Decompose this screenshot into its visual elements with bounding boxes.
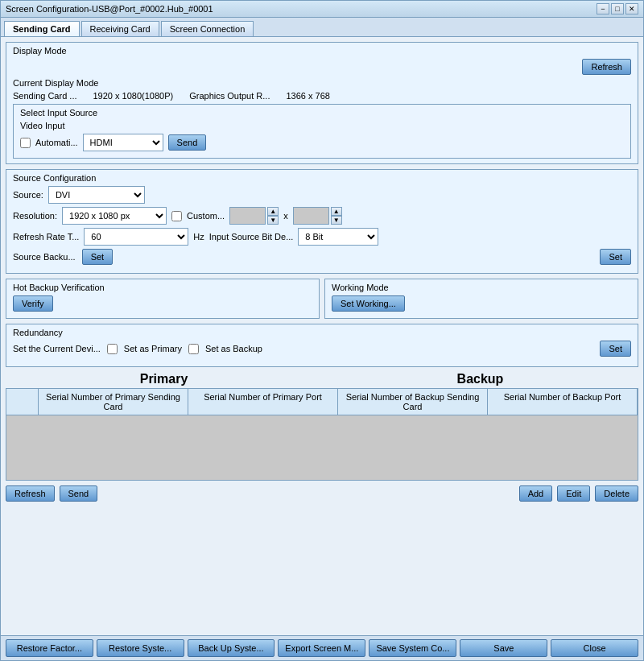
- delete-button[interactable]: Delete: [595, 485, 638, 502]
- table-actions: Refresh Send Add Edit Delete: [6, 485, 638, 502]
- primary-label: Primary: [6, 372, 322, 386]
- auto-checkbox[interactable]: [20, 138, 31, 148]
- content-area: Display Mode Refresh Current Display Mod…: [1, 37, 643, 635]
- col5-header: Serial Number of Backup Port: [488, 389, 638, 415]
- tab-bar: Sending Card Receiving Card Screen Conne…: [1, 18, 643, 37]
- redundancy-section: Redundancy Set the Current Devi... Set a…: [6, 324, 638, 367]
- table-send-button[interactable]: Send: [60, 485, 98, 502]
- width-down-btn[interactable]: ▼: [267, 216, 279, 225]
- video-input-label: Video Input: [20, 121, 64, 130]
- custom-width-group: 1366 ▲ ▼: [229, 207, 279, 225]
- height-up-btn[interactable]: ▲: [331, 207, 342, 216]
- refresh-rate-row: Refresh Rate T... 60 50 30 Hz Input Sour…: [13, 228, 631, 246]
- refresh-row: Refresh: [13, 59, 631, 75]
- source-config-title: Source Configuration: [13, 173, 631, 183]
- refresh-rate-dropdown[interactable]: 60 50 30: [84, 228, 188, 246]
- source-config-section: Source Configuration Source: DVI HDMI VG…: [6, 169, 638, 274]
- video-input-controls: Automati... HDMI DVI VGA DP Send: [20, 134, 624, 151]
- close-button[interactable]: ✕: [625, 3, 638, 14]
- auto-label: Automati...: [35, 138, 78, 147]
- primary-checkbox[interactable]: [107, 344, 118, 354]
- input-source-bit-dropdown[interactable]: 8 Bit 10 Bit 12 Bit: [298, 228, 378, 246]
- refresh-rate-label: Refresh Rate T...: [13, 232, 79, 242]
- backup-label: Backup: [322, 372, 638, 386]
- redundancy-title: Redundancy: [13, 328, 631, 337]
- select-input-source: Select Input Source Video Input Automati…: [13, 104, 631, 159]
- display-mode-section: Display Mode Refresh Current Display Mod…: [6, 42, 638, 164]
- maximize-button[interactable]: □: [611, 3, 624, 14]
- refresh-button[interactable]: Refresh: [582, 59, 631, 75]
- restore-system-button[interactable]: Restore Syste...: [97, 639, 184, 657]
- input-source-bit-label: Input Source Bit De...: [209, 232, 294, 242]
- source-backup-label: Source Backu...: [13, 252, 76, 262]
- source-label: Source:: [13, 190, 43, 200]
- width-up-btn[interactable]: ▲: [267, 207, 279, 216]
- redundancy-row: Set the Current Devi... Set as Primary S…: [13, 341, 631, 357]
- col2-header: Serial Number of Primary Sending Card: [39, 389, 188, 415]
- current-display-mode-label: Current Display Mode: [13, 78, 98, 88]
- hz-label: Hz: [193, 232, 204, 242]
- video-input-row: Video Input: [20, 121, 624, 130]
- verify-button[interactable]: Verify: [13, 295, 53, 312]
- back-up-system-button[interactable]: Back Up Syste...: [188, 639, 275, 657]
- resolution-label: Resolution:: [13, 211, 57, 221]
- height-down-btn[interactable]: ▼: [331, 216, 342, 225]
- resolution-dropdown[interactable]: 1920 x 1080 px 1280 x 720 px 1366 x 768 …: [62, 207, 167, 225]
- primary-backup-table: Serial Number of Primary Sending Card Se…: [6, 388, 638, 481]
- set-working-button[interactable]: Set Working...: [332, 295, 405, 312]
- current-display-mode-row: Current Display Mode: [13, 78, 631, 88]
- bottom-bar: Restore Factor... Restore Syste... Back …: [1, 635, 643, 660]
- mid-sections: Hot Backup Verification Verify Working M…: [6, 279, 638, 319]
- col3-header: Serial Number of Primary Port: [188, 389, 338, 415]
- close-button-bottom[interactable]: Close: [551, 639, 638, 657]
- source-select[interactable]: HDMI DVI VGA DP: [83, 134, 163, 151]
- graphics-output-label: Graphics Output R...: [189, 91, 270, 101]
- custom-width-input[interactable]: 1366: [229, 207, 266, 225]
- table-refresh-button[interactable]: Refresh: [6, 485, 55, 502]
- save-button[interactable]: Save: [460, 639, 547, 657]
- table-header: Serial Number of Primary Sending Card Se…: [6, 389, 638, 415]
- x-separator: x: [283, 211, 288, 221]
- custom-label: Custom...: [187, 211, 225, 221]
- width-spinners: ▲ ▼: [267, 207, 279, 225]
- set-button-1[interactable]: Set: [82, 249, 114, 265]
- set-button-2[interactable]: Set: [600, 249, 631, 265]
- working-mode-title: Working Mode: [332, 283, 631, 292]
- select-input-source-title: Select Input Source: [20, 108, 624, 118]
- custom-checkbox[interactable]: [171, 211, 182, 221]
- tab-screen-connection[interactable]: Screen Connection: [161, 21, 254, 36]
- working-mode-section: Working Mode Set Working...: [324, 279, 638, 319]
- backup-checkbox-label: Set as Backup: [205, 344, 262, 353]
- send-button-input[interactable]: Send: [168, 134, 207, 151]
- source-dropdown[interactable]: DVI HDMI VGA DP: [48, 186, 145, 204]
- add-button[interactable]: Add: [519, 485, 553, 502]
- main-window: Sending Card Receiving Card Screen Conne…: [0, 18, 644, 661]
- window-title: Screen Configuration-USB@Port_#0002.Hub_…: [6, 4, 213, 14]
- tab-sending-card[interactable]: Sending Card: [4, 21, 80, 36]
- custom-height-group: 768 ▲ ▼: [293, 207, 342, 225]
- sending-card-label: Sending Card ...: [13, 91, 77, 101]
- set-current-label: Set the Current Devi...: [13, 344, 101, 353]
- minimize-button[interactable]: −: [597, 3, 609, 14]
- graphics-output-value: 1366 x 768: [286, 91, 329, 101]
- source-backup-row: Source Backu... Set Set: [13, 249, 631, 265]
- edit-button[interactable]: Edit: [557, 485, 590, 502]
- primary-backup-labels: Primary Backup: [6, 372, 638, 386]
- hot-backup-section: Hot Backup Verification Verify: [6, 279, 320, 319]
- export-screen-button[interactable]: Export Screen M...: [278, 639, 365, 657]
- table-actions-right: Add Edit Delete: [519, 485, 638, 502]
- backup-checkbox[interactable]: [188, 344, 199, 354]
- tab-receiving-card[interactable]: Receiving Card: [81, 21, 159, 36]
- source-row: Source: DVI HDMI VGA DP: [13, 186, 631, 204]
- custom-height-input[interactable]: 768: [293, 207, 329, 225]
- window-controls: − □ ✕: [597, 3, 638, 14]
- display-mode-title: Display Mode: [13, 46, 631, 56]
- resolution-value: 1920 x 1080(1080P): [93, 91, 174, 101]
- primary-checkbox-label: Set as Primary: [124, 344, 182, 353]
- redundancy-set-button[interactable]: Set: [600, 341, 631, 357]
- hot-backup-title: Hot Backup Verification: [13, 283, 312, 292]
- col4-header: Serial Number of Backup Sending Card: [338, 389, 488, 415]
- restore-factory-button[interactable]: Restore Factor...: [6, 639, 93, 657]
- save-system-button[interactable]: Save System Co...: [369, 639, 456, 657]
- col1-header: [6, 389, 39, 415]
